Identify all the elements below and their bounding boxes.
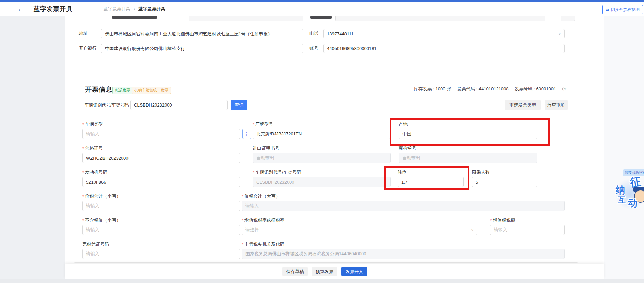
bank-input[interactable]: 中国建设银行股份有限公司佛山榴苑支行 bbox=[101, 44, 303, 53]
required-icon: * bbox=[242, 218, 243, 223]
stock-invoice-code: 发票代码 : 441010121008 bbox=[457, 86, 509, 92]
refresh-icon[interactable]: ⟳ bbox=[562, 86, 566, 92]
party-info-card bbox=[74, 16, 578, 70]
bank-label: 开户银行 bbox=[79, 45, 97, 51]
left-gutter bbox=[0, 16, 65, 279]
required-icon: * bbox=[82, 146, 84, 151]
total-with-tax-lower-label: * 价税合计（小写） bbox=[82, 193, 121, 199]
required-icon: * bbox=[82, 170, 84, 175]
annotation-box-tonnage bbox=[384, 166, 469, 190]
total-with-tax-upper-input: 请输入 bbox=[242, 201, 565, 211]
engine-no-label: * 发动机号码 bbox=[82, 169, 107, 175]
vin-input: CLSBDH20232000 bbox=[253, 177, 391, 187]
page-header: ← 蓝字发票开具 蓝字发票开具 › 蓝字发票开具 ⇌ 切换至票样视图 bbox=[0, 2, 644, 16]
vin-label: * 车辆识别代号/车架号码 bbox=[253, 169, 301, 175]
vat-amount-input[interactable]: 请输入 bbox=[490, 225, 565, 235]
vat-rate-label: * 增值税税率或征税率 bbox=[242, 217, 284, 223]
certificate-no-input[interactable]: WZHGZBH20232000 bbox=[82, 153, 240, 163]
issue-invoice-button[interactable]: 发票开具 bbox=[341, 267, 367, 276]
breadcrumb-parent[interactable]: 蓝字发票开具 bbox=[104, 6, 130, 12]
breadcrumb-separator-icon: › bbox=[134, 6, 135, 11]
clipped-label-right bbox=[310, 16, 332, 19]
price-excl-tax-label: * 不含税价（小写） bbox=[82, 217, 121, 223]
address-input[interactable]: 佛山市禅城区河宕村委河南工业大道北侧佛山市鸿艺建材城七座三层1号（住所申报） bbox=[101, 29, 303, 38]
top-blue-strip bbox=[0, 0, 644, 2]
required-icon: * bbox=[253, 170, 254, 175]
vin-query-label: 车辆识别代号/车架号码： bbox=[85, 102, 133, 108]
account-input[interactable]: 44050166895800000181 bbox=[323, 44, 565, 53]
phone-label: 电话 bbox=[309, 30, 318, 37]
assistant-mascot-widget[interactable]: 需要帮助吗? 征 纳 互 动 bbox=[613, 167, 644, 219]
bottom-gray-band bbox=[0, 279, 644, 283]
inspection-no-label: 商检单号 bbox=[399, 145, 416, 151]
total-with-tax-upper-label: * 价税合计（大写） bbox=[242, 193, 280, 199]
total-with-tax-lower-input[interactable]: 请输入 bbox=[82, 201, 240, 211]
inspection-no-input: 自动带出 bbox=[399, 153, 537, 163]
clear-refill-button[interactable]: 清空重填 bbox=[545, 100, 568, 110]
blue-invoice-issue-page: 地址 佛山市禅城区河宕村委河南工业大道北侧佛山市鸿艺建材城七座三层1号（住所申报… bbox=[0, 0, 644, 284]
page-title: 蓝字发票开具 bbox=[34, 5, 73, 13]
switch-view-icon: ⇌ bbox=[606, 8, 609, 12]
required-icon: * bbox=[242, 242, 243, 247]
right-side-strip bbox=[604, 16, 644, 279]
import-certificate-label: 进口证明书号 bbox=[253, 145, 279, 151]
paper-invoice-tag: 纸质发票 bbox=[112, 87, 133, 94]
tax-authority-input: 国家税务总局佛山市禅城区税务局石湾税务分局14406040000 bbox=[242, 249, 565, 259]
account-label: 账号 bbox=[309, 45, 318, 51]
engine-no-input[interactable]: 5210F866 bbox=[82, 177, 240, 187]
preview-invoice-button[interactable]: 预览发票 bbox=[312, 267, 337, 276]
stock-inventory: 库存发票 : 1000 张 bbox=[414, 86, 451, 92]
brand-model-input[interactable]: 北京牌/BJJBJJ7201TN bbox=[253, 129, 391, 139]
required-icon: * bbox=[242, 194, 243, 199]
phone-input[interactable]: 13977448111 ∨ bbox=[323, 29, 565, 38]
vat-amount-label: * 增值税税额 bbox=[490, 217, 515, 223]
tax-authority-label: * 主管税务机关及代码 bbox=[242, 241, 284, 247]
chevron-down-icon: ∨ bbox=[558, 32, 561, 36]
breadcrumb-current: 蓝字发票开具 bbox=[138, 6, 165, 12]
required-icon: * bbox=[82, 218, 84, 223]
section-title: 开票信息 bbox=[85, 85, 112, 94]
annotation-box-origin bbox=[390, 118, 550, 146]
tax-paid-cert-label: 完税凭证号码 bbox=[82, 241, 109, 247]
required-icon: * bbox=[82, 194, 84, 199]
passenger-limit-input[interactable]: 5 bbox=[472, 177, 537, 187]
vehicle-type-label: * 车辆类型 bbox=[82, 121, 103, 127]
vehicle-type-input[interactable]: 请输入 bbox=[82, 129, 240, 139]
vehicle-type-more-button[interactable]: ⋮ bbox=[242, 129, 251, 139]
mascot-char-dong: 动 bbox=[627, 196, 638, 210]
vin-query-input[interactable]: CLSBDH20232000 bbox=[130, 100, 228, 110]
import-certificate-input: 自动带出 bbox=[253, 153, 391, 163]
reselect-invoice-type-button[interactable]: 重选发票类型 bbox=[505, 100, 541, 110]
required-icon: * bbox=[82, 122, 84, 127]
passenger-limit-label: 限乘人数 bbox=[472, 169, 490, 175]
motor-vehicle-invoice-tag: 机动车销售统一发票 bbox=[132, 87, 171, 94]
certificate-no-label: * 合格证号 bbox=[82, 145, 103, 151]
required-icon: * bbox=[253, 122, 254, 127]
tax-paid-cert-input[interactable]: 请输入 bbox=[82, 249, 240, 259]
address-label: 地址 bbox=[79, 30, 88, 37]
query-button[interactable]: 查询 bbox=[231, 100, 247, 110]
vat-rate-select[interactable]: 请选择 ∨ bbox=[242, 225, 477, 235]
chevron-down-icon: ∨ bbox=[471, 228, 474, 232]
save-draft-button[interactable]: 保存草稿 bbox=[282, 267, 308, 276]
back-button[interactable]: ← bbox=[17, 6, 23, 12]
stock-invoice-number: 发票号码 : 60001001 bbox=[515, 86, 556, 92]
invoice-stock-info: 库存发票 : 1000 张 发票代码 : 441010121008 发票号码 :… bbox=[414, 86, 566, 92]
brand-model-label: * 厂牌型号 bbox=[253, 121, 273, 127]
required-icon: * bbox=[490, 218, 492, 223]
clipped-label-left bbox=[112, 16, 157, 19]
mascot-char-hu: 互 bbox=[618, 195, 626, 206]
switch-view-button[interactable]: ⇌ 切换至票样视图 bbox=[602, 5, 643, 14]
price-excl-tax-input[interactable]: 请输入 bbox=[82, 225, 240, 235]
